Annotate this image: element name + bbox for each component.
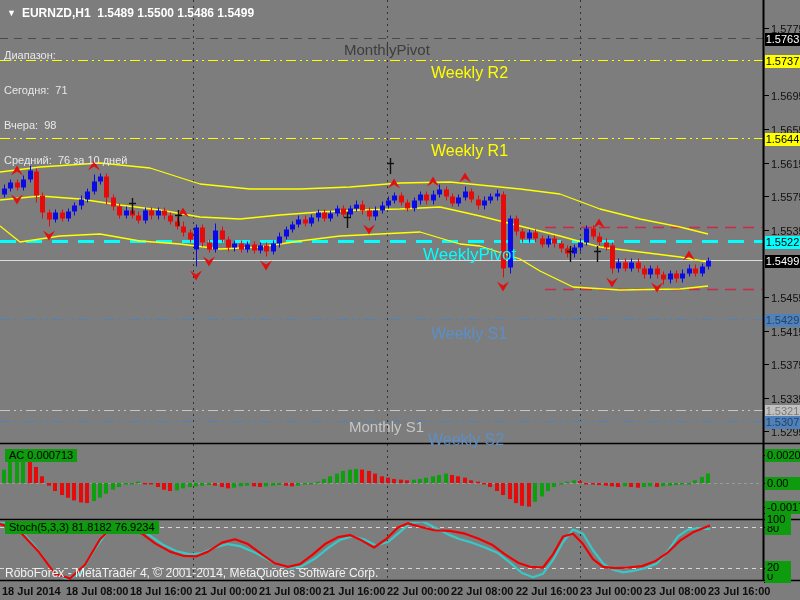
pivot-label-weekly-r1: Weekly R1 xyxy=(431,143,508,159)
chart-title-bar: ▼ EURNZD,H1 1.5489 1.5500 1.5486 1.5499 xyxy=(7,7,254,19)
pivot-label-weekly-r2: Weekly R2 xyxy=(431,65,508,81)
info-today: Сегодня: 71 xyxy=(4,85,127,98)
mt4-chart-window: ▼ EURNZD,H1 1.5489 1.5500 1.5486 1.5499 … xyxy=(0,0,800,600)
info-average: Средний: 76 за 10 дней xyxy=(4,155,127,168)
price-tick-label: 1.5455 xyxy=(771,293,800,304)
range-info-panel: Диапазон: Сегодня: 71 Вчера: 98 Средний:… xyxy=(4,28,127,190)
price-tick-label: 1.5695 xyxy=(771,91,800,102)
time-axis-label: 22 Jul 00:00 xyxy=(387,586,449,597)
ac-indicator-label: AC 0.000713 xyxy=(5,449,77,462)
time-axis-label: 21 Jul 00:00 xyxy=(195,586,257,597)
time-axis-label: 18 Jul 2014 xyxy=(2,586,61,597)
time-axis-label: 21 Jul 08:00 xyxy=(259,586,321,597)
time-axis-label: 23 Jul 00:00 xyxy=(580,586,642,597)
price-tick-label: 1.5415 xyxy=(771,327,800,338)
price-level-badge: 1.5737 xyxy=(765,55,800,68)
time-axis-label: 21 Jul 16:00 xyxy=(323,586,385,597)
ac-scale-badge: 0.002085 xyxy=(765,449,800,462)
price-tick-label: 1.5335 xyxy=(771,394,800,405)
time-axis-label: 22 Jul 16:00 xyxy=(516,586,578,597)
price-level-badge: 1.5644 xyxy=(765,133,800,146)
pivot-label-weeklypivot: WeeklyPivot xyxy=(423,246,516,263)
time-axis-label: 23 Jul 08:00 xyxy=(644,586,706,597)
symbol-dropdown-icon[interactable]: ▼ xyxy=(7,9,16,18)
price-tick-label: 1.5615 xyxy=(771,159,800,170)
time-axis-label: 18 Jul 16:00 xyxy=(130,586,192,597)
info-yesterday: Вчера: 98 xyxy=(4,120,127,133)
time-axis-label: 23 Jul 16:00 xyxy=(708,586,770,597)
stoch-scale-badge: 20 xyxy=(765,561,791,574)
pivot-label-monthly-s1: Monthly S1 xyxy=(349,419,424,434)
price-tick-label: 1.5575 xyxy=(771,192,800,203)
time-axis-label: 22 Jul 08:00 xyxy=(451,586,513,597)
info-range-header: Диапазон: xyxy=(4,50,127,63)
price-level-badge: 1.5307 xyxy=(765,416,800,429)
time-axis-label: 18 Jul 08:00 xyxy=(66,586,128,597)
price-tick-label: 1.5375 xyxy=(771,360,800,371)
pivot-label-monthlypivot: MonthlyPivot xyxy=(344,42,430,57)
price-level-badge: 1.5499 xyxy=(765,255,800,268)
ac-scale-badge: 0.00 xyxy=(765,477,800,490)
chart-title: EURNZD,H1 1.5489 1.5500 1.5486 1.5499 xyxy=(22,7,254,19)
stoch-scale-badge: 100 xyxy=(765,513,791,526)
price-level-badge: 1.5522 xyxy=(765,236,800,249)
pivot-label-weekly-s2: Weekly S2 xyxy=(428,432,504,448)
price-level-badge: 1.5429 xyxy=(765,314,800,327)
stoch-indicator-label: Stoch(5,3,3) 81.8182 76.9234 xyxy=(5,521,159,534)
copyright-watermark: RoboForex - MetaTrader 4, © 2001-2014, M… xyxy=(5,567,378,579)
price-level-badge: 1.5763 xyxy=(765,33,800,46)
pivot-label-weekly-s1: Weekly S1 xyxy=(431,326,507,342)
